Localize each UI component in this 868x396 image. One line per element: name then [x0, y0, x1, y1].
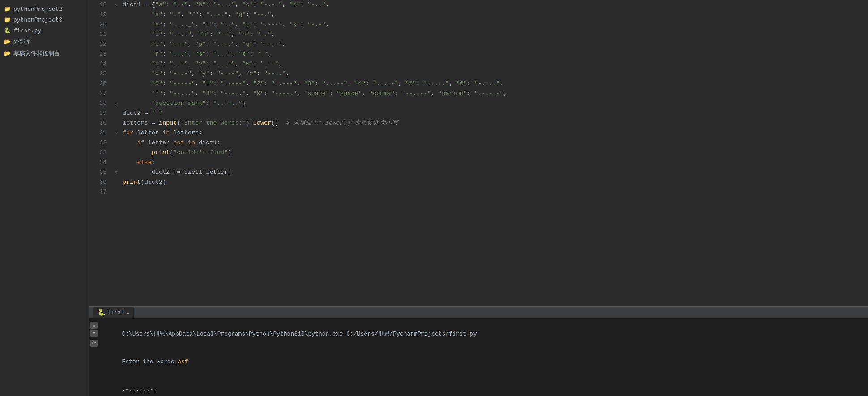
line-number-37: 37: [89, 189, 112, 195]
folder-icon: 📁: [4, 5, 11, 13]
sidebar-item-label: pythonProject2: [13, 6, 62, 13]
line-content-34: else:: [121, 158, 868, 168]
code-line-37: 37: [89, 187, 868, 197]
sidebar-item-label: 外部库: [13, 38, 31, 46]
line-number-23: 23: [89, 51, 112, 57]
line-number-19: 19: [89, 11, 112, 18]
line-content-28: "question mark": "..--.."}: [121, 99, 868, 108]
code-line-33: 33 print("couldn't find"): [89, 148, 868, 158]
sidebar-item-external-libs[interactable]: 📂 外部库: [0, 36, 89, 47]
main-area: 18 ▽ dict1 = {"a": ".-", "b": "-...", "c…: [89, 0, 868, 396]
fold-icon-18[interactable]: ▽: [115, 2, 118, 8]
line-content-37: [121, 187, 868, 197]
code-container[interactable]: 18 ▽ dict1 = {"a": ".-", "b": "-...", "c…: [89, 0, 868, 306]
line-content-22: "o": "---", "p": ".--.", "q": "--.-",: [121, 39, 868, 49]
line-number-25: 25: [89, 70, 112, 77]
line-number-26: 26: [89, 80, 112, 87]
line-content-33: print("couldn't find"): [121, 148, 868, 158]
fold-gutter-31[interactable]: ▽: [112, 130, 121, 136]
terminal-tab-label: first: [108, 310, 124, 316]
line-number-31: 31: [89, 129, 112, 136]
terminal-input-value: asf: [178, 358, 188, 365]
line-content-23: "r": ".-.", "s": "...", "t": "-",: [121, 49, 868, 59]
sidebar-item-pythonProject3[interactable]: 📁 pythonProject3: [0, 14, 89, 25]
terminal-input-line: Enter the words:asf: [94, 349, 864, 375]
sidebar: 📁 pythonProject2 📁 pythonProject3 🐍 firs…: [0, 0, 89, 396]
terminal-output-line: .-......-.: [94, 376, 864, 396]
code-line-18: 18 ▽ dict1 = {"a": ".-", "b": "-...", "c…: [89, 0, 868, 10]
sidebar-item-pythonProject2[interactable]: 📁 pythonProject2: [0, 4, 89, 14]
code-line-20: 20 "h": "...._", "i": "..", "j": ".---",…: [89, 20, 868, 30]
line-content-32: if letter not in dict1:: [121, 138, 868, 148]
code-line-26: 26 "0": "-----", "1": ".----", "2": "..-…: [89, 79, 868, 89]
code-line-31: 31 ▽ for letter in letters:: [89, 128, 868, 138]
line-number-27: 27: [89, 90, 112, 97]
fold-icon-35[interactable]: ▽: [115, 170, 118, 175]
code-line-22: 22 "o": "---", "p": ".--.", "q": "--.-",: [89, 39, 868, 49]
line-number-35: 35: [89, 169, 112, 176]
code-line-21: 21 "l": ".-..", "m": "--", "n": "-.",: [89, 30, 868, 39]
line-number-30: 30: [89, 120, 112, 126]
code-line-27: 27 "7": "--...", "8": "---..", "9": "---…: [89, 89, 868, 99]
py-file-icon: 🐍: [4, 27, 11, 34]
code-line-24: 24 "u": "..-", "v": "...-", "w": ".--",: [89, 59, 868, 69]
folder-icon: 📂: [4, 38, 11, 45]
code-line-35: 35 ▽ dict2 += dict1[letter]: [89, 168, 868, 177]
line-content-29: dict2 = " ": [121, 108, 868, 118]
line-number-21: 21: [89, 31, 112, 38]
line-number-20: 20: [89, 21, 112, 28]
code-line-30: 30 letters = input("Enter the words:").l…: [89, 118, 868, 128]
terminal-output-value: .-......-.: [122, 386, 157, 393]
sidebar-item-label: first.py: [13, 27, 41, 34]
scroll-action-button[interactable]: ⟳: [90, 340, 98, 347]
line-content-27: "7": "--...", "8": "---..", "9": "----."…: [121, 89, 868, 99]
terminal-close-button[interactable]: ✕: [127, 310, 129, 315]
line-number-18: 18: [89, 1, 112, 8]
terminal-prompt: Enter the words:: [122, 358, 178, 365]
terminal-tab-icon: 🐍: [98, 309, 105, 316]
terminal-body: C:\Users\刑思\AppData\Local\Programs\Pytho…: [89, 318, 868, 396]
line-content-26: "0": "-----", "1": ".----", "2": "..---"…: [121, 79, 868, 89]
sidebar-item-label: 草稿文件和控制台: [13, 49, 60, 57]
code-line-23: 23 "r": ".-.", "s": "...", "t": "-",: [89, 49, 868, 59]
terminal-command-line: C:\Users\刑思\AppData\Local\Programs\Pytho…: [94, 321, 864, 348]
folder-icon: 📂: [4, 50, 11, 57]
line-content-36: print(dict2): [121, 177, 868, 187]
sidebar-item-first-py[interactable]: 🐍 first.py: [0, 25, 89, 36]
code-line-19: 19 "e": ".", "f": "..-.", "g": "--.",: [89, 10, 868, 20]
terminal-header: 🐍 first ✕: [89, 306, 868, 318]
fold-gutter-28[interactable]: ▷: [112, 101, 121, 106]
code-line-32: 32 if letter not in dict1:: [89, 138, 868, 148]
line-number-36: 36: [89, 179, 112, 185]
line-content-20: "h": "...._", "i": "..", "j": ".---", "k…: [121, 20, 868, 30]
line-number-29: 29: [89, 110, 112, 116]
line-number-22: 22: [89, 41, 112, 47]
line-content-35: dict2 += dict1[letter]: [121, 168, 868, 177]
fold-gutter-18[interactable]: ▽: [112, 2, 121, 8]
line-number-33: 33: [89, 149, 112, 156]
line-number-28: 28: [89, 100, 112, 107]
fold-gutter-35[interactable]: ▽: [112, 170, 121, 175]
editor-area: 18 ▽ dict1 = {"a": ".-", "b": "-...", "c…: [89, 0, 868, 306]
line-number-24: 24: [89, 60, 112, 67]
scroll-down-button[interactable]: ▼: [90, 330, 98, 337]
scroll-up-button[interactable]: ▲: [90, 322, 98, 329]
line-content-25: "x": "-..-", "y": "-.--", "z": "--..",: [121, 69, 868, 79]
line-content-31: for letter in letters:: [121, 128, 868, 138]
line-content-30: letters = input("Enter the words:").lowe…: [121, 118, 868, 128]
code-line-29: 29 dict2 = " ": [89, 108, 868, 118]
line-content-18: dict1 = {"a": ".-", "b": "-...", "c": "-…: [121, 0, 868, 10]
line-content-21: "l": ".-..", "m": "--", "n": "-.",: [121, 30, 868, 39]
code-line-34: 34 else:: [89, 158, 868, 168]
code-line-28: 28 ▷ "question mark": "..--.."}: [89, 99, 868, 108]
sidebar-item-label: pythonProject3: [13, 17, 62, 23]
line-content-19: "e": ".", "f": "..-.", "g": "--.",: [121, 10, 868, 20]
folder-icon: 📁: [4, 16, 11, 23]
line-number-32: 32: [89, 139, 112, 146]
fold-icon-31[interactable]: ▽: [115, 130, 118, 136]
sidebar-item-scratch-files[interactable]: 📂 草稿文件和控制台: [0, 47, 89, 59]
fold-icon-28[interactable]: ▷: [115, 101, 118, 106]
terminal-command-text: C:\Users\刑思\AppData\Local\Programs\Pytho…: [122, 331, 477, 337]
code-line-25: 25 "x": "-..-", "y": "-.--", "z": "--.."…: [89, 69, 868, 79]
terminal-tab[interactable]: 🐍 first ✕: [93, 307, 134, 318]
